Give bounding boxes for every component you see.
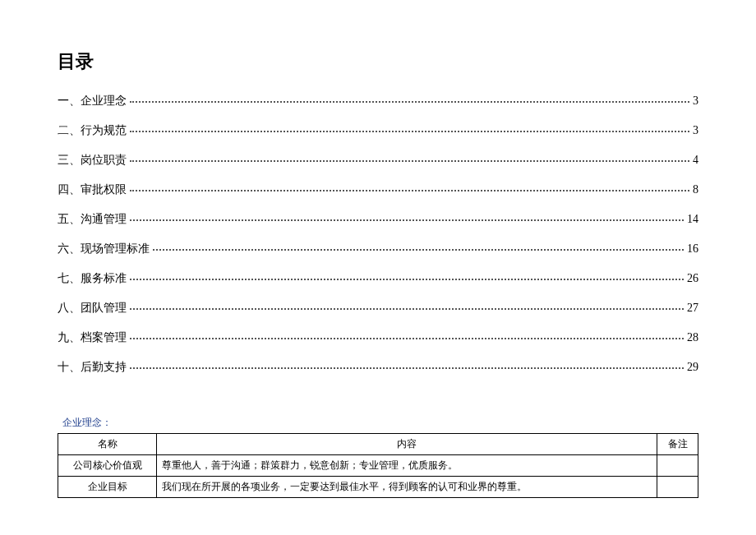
toc-dots <box>130 219 684 221</box>
toc-label: 八、团队管理 <box>58 301 127 316</box>
toc-dots <box>130 131 689 132</box>
toc-item: 六、现场管理标准 16 <box>58 242 698 256</box>
cell-note <box>657 477 698 498</box>
header-name: 名称 <box>58 434 157 455</box>
section-heading: 企业理念： <box>58 416 698 430</box>
content-table: 名称 内容 备注 公司核心价值观 尊重他人，善于沟通；群策群力，锐意创新；专业管… <box>58 433 698 498</box>
toc-item: 四、审批权限 8 <box>58 182 698 197</box>
toc-item: 一、企业理念 3 <box>58 94 698 108</box>
toc-dots <box>130 338 684 339</box>
toc-dots <box>130 308 684 310</box>
toc-title: 目录 <box>58 49 698 74</box>
toc-item: 八、团队管理 27 <box>58 301 698 316</box>
toc-page: 3 <box>693 124 698 137</box>
toc-label: 一、企业理念 <box>58 94 127 108</box>
table-row: 公司核心价值观 尊重他人，善于沟通；群策群力，锐意创新；专业管理，优质服务。 <box>58 455 698 477</box>
toc-page: 26 <box>687 272 698 285</box>
toc-list: 一、企业理念 3 二、行为规范 3 三、岗位职责 4 四、审批权限 8 五、沟通… <box>58 94 698 375</box>
toc-item: 七、服务标准 26 <box>58 271 698 286</box>
toc-label: 十、后勤支持 <box>58 360 127 375</box>
cell-content: 尊重他人，善于沟通；群策群力，锐意创新；专业管理，优质服务。 <box>157 455 657 477</box>
table-row: 企业目标 我们现在所开展的各项业务，一定要达到最佳水平，得到顾客的认可和业界的尊… <box>58 477 698 498</box>
table-header-row: 名称 内容 备注 <box>58 434 698 455</box>
toc-item: 十、后勤支持 29 <box>58 360 698 375</box>
toc-page: 27 <box>687 302 698 315</box>
toc-label: 七、服务标准 <box>58 271 127 286</box>
toc-page: 8 <box>693 183 698 196</box>
toc-item: 二、行为规范 3 <box>58 123 698 138</box>
toc-label: 五、沟通管理 <box>58 212 127 227</box>
toc-dots <box>130 279 684 280</box>
cell-note <box>657 455 698 477</box>
toc-label: 四、审批权限 <box>58 182 127 197</box>
toc-page: 28 <box>687 331 698 344</box>
toc-page: 29 <box>687 361 698 374</box>
toc-dots <box>130 160 689 162</box>
toc-label: 二、行为规范 <box>58 123 127 138</box>
cell-name: 企业目标 <box>58 477 157 498</box>
cell-content: 我们现在所开展的各项业务，一定要达到最佳水平，得到顾客的认可和业界的尊重。 <box>157 477 657 498</box>
toc-item: 三、岗位职责 4 <box>58 153 698 168</box>
toc-page: 4 <box>693 154 698 167</box>
header-content: 内容 <box>157 434 657 455</box>
toc-page: 3 <box>693 95 698 108</box>
header-note: 备注 <box>657 434 698 455</box>
toc-dots <box>130 367 684 369</box>
toc-page: 14 <box>687 213 698 226</box>
cell-name: 公司核心价值观 <box>58 455 157 477</box>
toc-dots <box>130 190 689 191</box>
toc-dots <box>153 249 684 251</box>
toc-dots <box>130 101 689 103</box>
toc-item: 五、沟通管理 14 <box>58 212 698 227</box>
toc-item: 九、档案管理 28 <box>58 330 698 345</box>
toc-label: 三、岗位职责 <box>58 153 127 168</box>
toc-page: 16 <box>687 242 698 256</box>
toc-label: 九、档案管理 <box>58 330 127 345</box>
toc-label: 六、现场管理标准 <box>58 242 150 256</box>
